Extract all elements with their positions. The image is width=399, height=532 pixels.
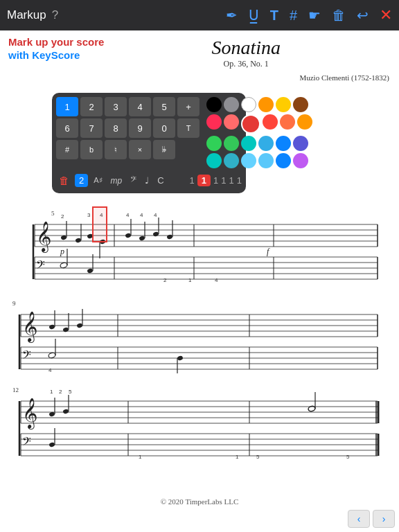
svg-point-81 (76, 323, 82, 328)
color-amber[interactable] (297, 114, 312, 130)
text-icon[interactable]: T (270, 8, 278, 24)
svg-point-83 (48, 352, 55, 358)
promo-text: Mark up your score with KeyScore (8, 36, 104, 62)
score-opus: Op. 36, No. 1 (104, 59, 388, 69)
color-crimson[interactable] (263, 114, 278, 130)
svg-text:5: 5 (51, 210, 55, 217)
nav-back-btn[interactable]: ‹ (348, 510, 370, 528)
page-footer: © 2020 TimperLabs LLC (0, 495, 399, 507)
color-blue[interactable] (276, 136, 291, 151)
color-pink[interactable] (206, 114, 222, 130)
finger-btn-doubleflat[interactable]: 𝄫 (153, 140, 175, 159)
sharp-icon[interactable]: # (290, 8, 297, 24)
svg-point-85 (177, 355, 183, 361)
svg-text:2: 2 (61, 213, 64, 220)
color-skyblue[interactable] (258, 153, 274, 168)
svg-text:4: 4 (154, 212, 157, 218)
finger-number-popup: 1 2 3 4 5 + 6 7 8 9 0 T # (52, 93, 246, 193)
color-powderblue[interactable] (241, 153, 256, 168)
count-1c: 1 (221, 175, 226, 186)
svg-text:p: p (60, 247, 64, 256)
finger-btn-natural[interactable]: ♮ (105, 140, 127, 159)
nav-arrows: ‹ › (348, 510, 395, 528)
svg-point-41 (152, 231, 159, 237)
color-yellow[interactable] (276, 97, 291, 112)
color-brown[interactable] (293, 97, 308, 112)
popup-number-2-btn[interactable]: 2 (75, 174, 88, 187)
svg-text:3: 3 (87, 212, 91, 218)
hand-icon[interactable]: ☛ (308, 7, 321, 24)
system-2-svg: 9 𝄞 𝄢 (0, 297, 388, 373)
finger-btn-flat[interactable]: b (80, 140, 103, 159)
popup-C-btn[interactable]: C (154, 174, 166, 187)
finger-btn-2[interactable]: 2 (80, 97, 103, 116)
finger-btn-3[interactable]: 3 (105, 97, 127, 116)
popup-mp-btn[interactable]: mp (108, 175, 125, 187)
finger-btn-plus[interactable]: + (177, 97, 200, 116)
color-salmon[interactable] (224, 114, 239, 130)
count-active: 1 (197, 175, 211, 186)
svg-text:𝄞: 𝄞 (22, 398, 37, 430)
toolbar: Markup ? ✒ U̲ T # ☛ 🗑 ↩ ✕ (0, 0, 399, 30)
system-2: 9 𝄞 𝄢 (0, 297, 399, 376)
finger-btn-doublesharp[interactable]: × (129, 140, 151, 159)
color-white[interactable] (241, 97, 256, 112)
count-1a: 1 (190, 175, 195, 186)
color-red-active[interactable] (241, 114, 260, 134)
svg-text:4: 4 (140, 212, 143, 218)
popup-trash-btn[interactable]: 🗑 (56, 173, 72, 188)
color-royalblue[interactable] (276, 153, 291, 168)
fingering-icon[interactable]: U̲ (249, 7, 259, 24)
finger-btn-8[interactable]: 8 (105, 118, 127, 138)
finger-btn-5[interactable]: 5 (153, 97, 175, 116)
svg-text:4: 4 (215, 277, 218, 283)
finger-btn-6[interactable]: 6 (56, 118, 78, 138)
color-sky[interactable] (258, 136, 274, 151)
pen-tool-icon[interactable]: ✒ (226, 7, 238, 24)
color-indigo[interactable] (293, 136, 308, 151)
color-black[interactable] (206, 97, 222, 112)
nav-forward-btn[interactable]: › (373, 510, 395, 528)
score-title: Sonatina (104, 37, 388, 59)
svg-point-28 (75, 238, 81, 243)
measure-highlight (92, 206, 107, 242)
color-green[interactable] (206, 136, 222, 151)
trash-icon[interactable]: 🗑 (332, 8, 346, 24)
close-icon[interactable]: ✕ (380, 6, 392, 24)
popup-accidental-btn[interactable]: A♯ (91, 175, 105, 186)
color-coral[interactable] (280, 114, 295, 130)
finger-btn-0[interactable]: 0 (153, 118, 175, 138)
svg-point-118 (48, 442, 55, 447)
system-3: 12 𝄞 (0, 384, 399, 466)
svg-text:𝄢: 𝄢 (22, 435, 31, 450)
finger-btn-4[interactable]: 4 (129, 97, 151, 116)
svg-text:5: 5 (69, 389, 72, 395)
popup-clef-btn[interactable]: 𝄢 (127, 173, 139, 188)
svg-text:9: 9 (12, 300, 16, 307)
sheet-area: Mark up your score with KeyScore Sonatin… (0, 30, 399, 532)
finger-btn-7[interactable]: 7 (80, 118, 103, 138)
count-1e: 1 (237, 175, 242, 186)
svg-text:4: 4 (126, 212, 130, 218)
color-cyan[interactable] (206, 153, 222, 168)
svg-text:1: 1 (50, 389, 53, 395)
svg-text:12: 12 (12, 387, 19, 393)
color-orange[interactable] (258, 97, 274, 112)
svg-text:2: 2 (163, 277, 167, 283)
color-green2[interactable] (224, 136, 239, 151)
finger-btn-T[interactable]: T (177, 118, 200, 138)
color-lightblue[interactable] (224, 153, 239, 168)
svg-text:𝄞: 𝄞 (22, 311, 37, 344)
svg-text:5: 5 (256, 454, 260, 460)
color-purple[interactable] (293, 153, 308, 168)
finger-btn-9[interactable]: 9 (129, 118, 151, 138)
svg-text:1: 1 (188, 277, 192, 283)
finger-btn-1[interactable]: 1 (56, 97, 78, 116)
popup-note-btn[interactable]: ♩ (142, 174, 152, 187)
svg-point-43 (166, 234, 172, 240)
finger-btn-sharp[interactable]: # (56, 140, 78, 159)
undo-icon[interactable]: ↩ (357, 7, 369, 24)
color-gray[interactable] (224, 97, 239, 112)
svg-text:2: 2 (59, 389, 62, 395)
color-teal[interactable] (241, 136, 256, 151)
